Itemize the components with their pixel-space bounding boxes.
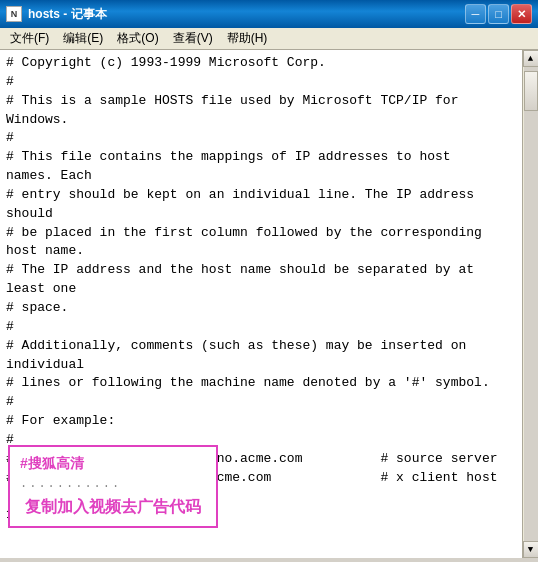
close-button[interactable]: ✕: [511, 4, 532, 24]
editor-container: # Copyright (c) 1993-1999 Microsoft Corp…: [0, 50, 538, 558]
popup-dots: ...........: [20, 477, 206, 491]
popup-title: #搜狐高清: [20, 455, 206, 473]
maximize-button[interactable]: □: [488, 4, 509, 24]
editor-content[interactable]: # Copyright (c) 1993-1999 Microsoft Corp…: [0, 50, 522, 558]
popup-text: 复制加入视频去广告代码: [20, 497, 206, 518]
menu-format[interactable]: 格式(O): [111, 28, 164, 49]
title-bar: N hosts - 记事本 ─ □ ✕: [0, 0, 538, 28]
menu-edit[interactable]: 编辑(E): [57, 28, 109, 49]
minimize-button[interactable]: ─: [465, 4, 486, 24]
scroll-down-button[interactable]: ▼: [523, 541, 539, 558]
scrollbar-thumb[interactable]: [524, 71, 538, 111]
menu-view[interactable]: 查看(V): [167, 28, 219, 49]
menu-help[interactable]: 帮助(H): [221, 28, 274, 49]
popup-overlay: #搜狐高清 ........... 复制加入视频去广告代码: [8, 445, 218, 528]
window-controls[interactable]: ─ □ ✕: [465, 4, 532, 24]
menu-file[interactable]: 文件(F): [4, 28, 55, 49]
scrollbar-track[interactable]: [524, 67, 538, 541]
title-bar-left: N hosts - 记事本: [6, 6, 107, 23]
window-title: hosts - 记事本: [28, 6, 107, 23]
menu-bar: 文件(F) 编辑(E) 格式(O) 查看(V) 帮助(H): [0, 28, 538, 50]
scroll-up-button[interactable]: ▲: [523, 50, 539, 67]
scrollbar[interactable]: ▲ ▼: [522, 50, 538, 558]
app-icon: N: [6, 6, 22, 22]
